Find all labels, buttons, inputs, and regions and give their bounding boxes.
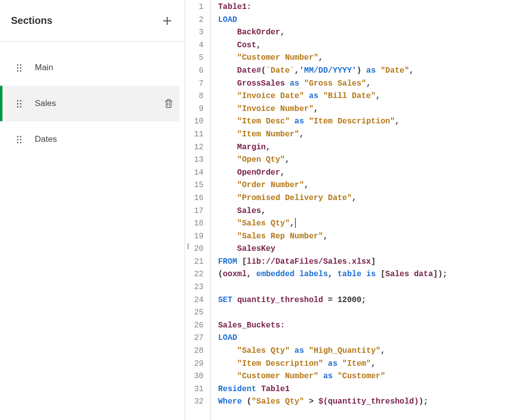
code-line[interactable]: Sales_Buckets: bbox=[218, 319, 516, 332]
code-line[interactable]: "Customer Number" as "Customer" bbox=[218, 370, 516, 383]
line-number: 25 bbox=[194, 307, 204, 319]
code-line[interactable]: Resident Table1 bbox=[218, 383, 516, 396]
line-number: 8 bbox=[194, 90, 204, 103]
line-number: 13 bbox=[194, 154, 204, 167]
line-number: 21 bbox=[194, 256, 204, 269]
code-line[interactable]: "Sales Rep Number", bbox=[218, 230, 516, 243]
line-number: 17 bbox=[194, 205, 204, 218]
line-number: 6 bbox=[194, 65, 204, 78]
line-number: 15 bbox=[194, 179, 204, 192]
code-line[interactable]: "Sales Qty", bbox=[218, 217, 516, 230]
code-line[interactable]: Table1: bbox=[218, 1, 516, 14]
code-line[interactable]: LOAD bbox=[218, 332, 516, 345]
trash-icon bbox=[164, 99, 173, 108]
code-line[interactable]: FROM [lib://DataFiles/Sales.xlsx] bbox=[218, 256, 516, 269]
section-list: Main Sales Dates bbox=[0, 42, 185, 157]
code-line[interactable] bbox=[218, 281, 516, 294]
drag-handle-icon[interactable] bbox=[17, 136, 24, 143]
line-number: 28 bbox=[194, 345, 204, 358]
line-number: 11 bbox=[194, 128, 204, 141]
code-line[interactable]: "Promised Delivery Date", bbox=[218, 192, 516, 205]
sections-sidebar: Sections Main Sales bbox=[0, 0, 185, 420]
line-number: 26 bbox=[194, 319, 204, 332]
sidebar-item-main[interactable]: Main bbox=[0, 50, 185, 86]
code-area[interactable]: Table1:LOAD BackOrder, Cost, "Customer N… bbox=[211, 0, 516, 420]
plus-icon bbox=[162, 16, 172, 26]
sidebar-item-label: Main bbox=[35, 63, 177, 73]
line-number: 27 bbox=[194, 332, 204, 345]
code-line[interactable]: SalesKey bbox=[218, 243, 516, 256]
line-number: 29 bbox=[194, 358, 204, 371]
code-line[interactable]: "Item Description" as "Item", bbox=[218, 358, 516, 371]
line-number: 32 bbox=[194, 396, 204, 409]
panel-resize-handle[interactable]: || bbox=[187, 242, 188, 249]
code-line[interactable]: Where ("Sales Qty" > $(quantity_threshol… bbox=[218, 396, 516, 409]
line-number: 1 bbox=[194, 1, 204, 14]
code-line[interactable]: Margin, bbox=[218, 141, 516, 154]
line-number: 22 bbox=[194, 268, 204, 281]
code-line[interactable]: "Order Number", bbox=[218, 179, 516, 192]
script-editor[interactable]: 1234567891011121314151617181920212223242… bbox=[185, 0, 516, 420]
code-line[interactable]: "Invoice Date" as "Bill Date", bbox=[218, 90, 516, 103]
code-line[interactable]: "Invoice Number", bbox=[218, 103, 516, 116]
line-number: 30 bbox=[194, 370, 204, 383]
code-line[interactable]: SET quantity_threshold = 12000; bbox=[218, 294, 516, 307]
line-number: 20 bbox=[194, 243, 204, 256]
line-number: 16 bbox=[194, 192, 204, 205]
line-number: 3 bbox=[194, 26, 204, 39]
line-number-gutter: 1234567891011121314151617181920212223242… bbox=[185, 0, 211, 420]
code-line[interactable]: OpenOrder, bbox=[218, 167, 516, 180]
code-line[interactable]: GrossSales as "Gross Sales", bbox=[218, 78, 516, 91]
code-line[interactable]: LOAD bbox=[218, 14, 516, 27]
line-number: 18 bbox=[194, 217, 204, 230]
sidebar-item-label: Sales bbox=[35, 99, 164, 108]
sections-title: Sections bbox=[11, 15, 52, 26]
line-number: 31 bbox=[194, 383, 204, 396]
line-number: 10 bbox=[194, 115, 204, 128]
sidebar-item-dates[interactable]: Dates bbox=[0, 121, 185, 157]
add-section-button[interactable] bbox=[162, 15, 173, 26]
code-line[interactable]: "Open Qty", bbox=[218, 154, 516, 167]
line-number: 12 bbox=[194, 141, 204, 154]
code-line[interactable] bbox=[218, 307, 516, 319]
line-number: 2 bbox=[194, 14, 204, 27]
line-number: 9 bbox=[194, 103, 204, 116]
line-number: 14 bbox=[194, 167, 204, 180]
code-line[interactable]: Sales, bbox=[218, 205, 516, 218]
line-number: 23 bbox=[194, 281, 204, 294]
line-number: 5 bbox=[194, 52, 204, 65]
sidebar-item-sales[interactable]: Sales bbox=[5, 86, 180, 121]
code-line[interactable]: "Item Number", bbox=[218, 128, 516, 141]
code-line[interactable]: Date#(`Date`,'MM/DD/YYYY') as "Date", bbox=[218, 65, 516, 78]
drag-handle-icon[interactable] bbox=[17, 64, 24, 72]
code-line[interactable]: (ooxml, embedded labels, table is [Sales… bbox=[218, 268, 516, 281]
code-line[interactable]: "Item Desc" as "Item Description", bbox=[218, 115, 516, 128]
line-number: 19 bbox=[194, 230, 204, 243]
line-number: 4 bbox=[194, 39, 204, 52]
code-line[interactable]: "Sales Qty" as "High_Quantity", bbox=[218, 345, 516, 358]
line-number: 24 bbox=[194, 294, 204, 307]
text-cursor bbox=[295, 218, 296, 228]
sections-header: Sections bbox=[0, 0, 185, 42]
delete-section-button[interactable] bbox=[164, 99, 174, 108]
line-number: 7 bbox=[194, 78, 204, 91]
drag-handle-icon[interactable] bbox=[17, 100, 24, 107]
code-line[interactable]: BackOrder, bbox=[218, 26, 516, 39]
code-line[interactable]: Cost, bbox=[218, 39, 516, 52]
sidebar-item-label: Dates bbox=[35, 134, 177, 144]
code-line[interactable]: "Customer Number", bbox=[218, 52, 516, 65]
